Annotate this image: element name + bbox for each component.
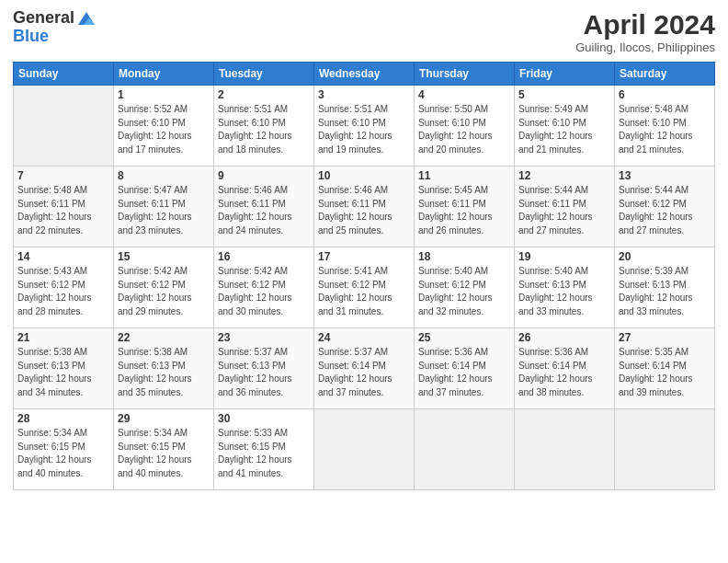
day-number: 9 [218, 169, 310, 182]
day-number: 6 [619, 88, 711, 101]
location: Guiling, Ilocos, Philippines [575, 40, 715, 54]
calendar-cell: 15Sunrise: 5:42 AMSunset: 6:12 PMDayligh… [114, 247, 214, 328]
day-info: Sunrise: 5:52 AMSunset: 6:10 PMDaylight:… [118, 103, 210, 156]
calendar-cell: 24Sunrise: 5:37 AMSunset: 6:14 PMDayligh… [314, 328, 415, 409]
calendar-cell: 27Sunrise: 5:35 AMSunset: 6:14 PMDayligh… [615, 328, 715, 409]
day-info: Sunrise: 5:40 AMSunset: 6:13 PMDaylight:… [518, 265, 610, 318]
calendar-cell: 19Sunrise: 5:40 AMSunset: 6:13 PMDayligh… [515, 247, 615, 328]
calendar-cell: 8Sunrise: 5:47 AMSunset: 6:11 PMDaylight… [114, 167, 214, 247]
calendar-cell [415, 409, 515, 490]
day-info: Sunrise: 5:46 AMSunset: 6:11 PMDaylight:… [218, 184, 310, 237]
day-number: 10 [318, 169, 410, 182]
calendar-cell: 29Sunrise: 5:34 AMSunset: 6:15 PMDayligh… [114, 409, 214, 490]
day-info: Sunrise: 5:33 AMSunset: 6:15 PMDaylight:… [218, 427, 310, 480]
week-row-4: 28Sunrise: 5:34 AMSunset: 6:15 PMDayligh… [14, 409, 715, 490]
header: General Blue April 2024 Guiling, Ilocos,… [13, 9, 715, 54]
day-info: Sunrise: 5:34 AMSunset: 6:15 PMDaylight:… [17, 427, 109, 480]
day-info: Sunrise: 5:45 AMSunset: 6:11 PMDaylight:… [418, 184, 510, 237]
calendar-cell: 3Sunrise: 5:51 AMSunset: 6:10 PMDaylight… [314, 86, 415, 167]
day-info: Sunrise: 5:37 AMSunset: 6:13 PMDaylight:… [218, 346, 310, 399]
day-number: 30 [218, 412, 310, 425]
calendar-cell: 23Sunrise: 5:37 AMSunset: 6:13 PMDayligh… [214, 328, 314, 409]
calendar-cell: 10Sunrise: 5:46 AMSunset: 6:11 PMDayligh… [314, 167, 415, 247]
day-info: Sunrise: 5:41 AMSunset: 6:12 PMDaylight:… [318, 265, 410, 318]
day-info: Sunrise: 5:42 AMSunset: 6:12 PMDaylight:… [118, 265, 210, 318]
day-info: Sunrise: 5:35 AMSunset: 6:14 PMDaylight:… [619, 346, 711, 399]
day-number: 18 [418, 250, 510, 263]
logo-blue: Blue [13, 28, 97, 46]
day-number: 1 [118, 88, 210, 101]
day-number: 21 [17, 331, 109, 344]
calendar-body: 1Sunrise: 5:52 AMSunset: 6:10 PMDaylight… [14, 86, 715, 490]
day-number: 11 [418, 169, 510, 182]
col-sunday: Sunday [14, 63, 114, 86]
calendar-cell: 26Sunrise: 5:36 AMSunset: 6:14 PMDayligh… [515, 328, 615, 409]
calendar-cell: 5Sunrise: 5:49 AMSunset: 6:10 PMDaylight… [515, 86, 615, 167]
calendar-cell: 25Sunrise: 5:36 AMSunset: 6:14 PMDayligh… [415, 328, 515, 409]
day-number: 26 [518, 331, 610, 344]
day-number: 22 [118, 331, 210, 344]
calendar-cell: 14Sunrise: 5:43 AMSunset: 6:12 PMDayligh… [14, 247, 114, 328]
calendar-cell: 11Sunrise: 5:45 AMSunset: 6:11 PMDayligh… [415, 167, 515, 247]
calendar-cell: 17Sunrise: 5:41 AMSunset: 6:12 PMDayligh… [314, 247, 415, 328]
day-info: Sunrise: 5:50 AMSunset: 6:10 PMDaylight:… [418, 103, 510, 156]
logo-text: General [13, 9, 97, 28]
day-number: 8 [118, 169, 210, 182]
day-number: 16 [218, 250, 310, 263]
day-number: 27 [619, 331, 711, 344]
day-info: Sunrise: 5:48 AMSunset: 6:11 PMDaylight:… [17, 184, 109, 237]
calendar-cell: 20Sunrise: 5:39 AMSunset: 6:13 PMDayligh… [615, 247, 715, 328]
day-info: Sunrise: 5:38 AMSunset: 6:13 PMDaylight:… [17, 346, 109, 399]
day-number: 20 [619, 250, 711, 263]
calendar-cell: 30Sunrise: 5:33 AMSunset: 6:15 PMDayligh… [214, 409, 314, 490]
logo-general: General [13, 8, 74, 27]
day-info: Sunrise: 5:49 AMSunset: 6:10 PMDaylight:… [518, 103, 610, 156]
calendar-cell: 16Sunrise: 5:42 AMSunset: 6:12 PMDayligh… [214, 247, 314, 328]
day-number: 29 [118, 412, 210, 425]
calendar-cell [615, 409, 715, 490]
page: General Blue April 2024 Guiling, Ilocos,… [0, 0, 728, 563]
calendar-cell: 9Sunrise: 5:46 AMSunset: 6:11 PMDaylight… [214, 167, 314, 247]
week-row-0: 1Sunrise: 5:52 AMSunset: 6:10 PMDaylight… [14, 86, 715, 167]
calendar-cell: 1Sunrise: 5:52 AMSunset: 6:10 PMDaylight… [114, 86, 214, 167]
col-monday: Monday [114, 63, 214, 86]
col-tuesday: Tuesday [214, 63, 314, 86]
col-wednesday: Wednesday [314, 63, 415, 86]
col-friday: Friday [515, 63, 615, 86]
day-info: Sunrise: 5:34 AMSunset: 6:15 PMDaylight:… [118, 427, 210, 480]
calendar-cell: 12Sunrise: 5:44 AMSunset: 6:11 PMDayligh… [515, 167, 615, 247]
week-row-3: 21Sunrise: 5:38 AMSunset: 6:13 PMDayligh… [14, 328, 715, 409]
day-number: 2 [218, 88, 310, 101]
day-number: 28 [17, 412, 109, 425]
day-info: Sunrise: 5:37 AMSunset: 6:14 PMDaylight:… [318, 346, 410, 399]
header-row: Sunday Monday Tuesday Wednesday Thursday… [14, 63, 715, 86]
calendar-cell: 13Sunrise: 5:44 AMSunset: 6:12 PMDayligh… [615, 167, 715, 247]
calendar-cell: 6Sunrise: 5:48 AMSunset: 6:10 PMDaylight… [615, 86, 715, 167]
day-number: 7 [17, 169, 109, 182]
calendar-cell: 4Sunrise: 5:50 AMSunset: 6:10 PMDaylight… [415, 86, 515, 167]
day-number: 23 [218, 331, 310, 344]
calendar-cell: 18Sunrise: 5:40 AMSunset: 6:12 PMDayligh… [415, 247, 515, 328]
calendar-cell: 28Sunrise: 5:34 AMSunset: 6:15 PMDayligh… [14, 409, 114, 490]
day-info: Sunrise: 5:36 AMSunset: 6:14 PMDaylight:… [418, 346, 510, 399]
day-number: 19 [518, 250, 610, 263]
week-row-1: 7Sunrise: 5:48 AMSunset: 6:11 PMDaylight… [14, 167, 715, 247]
day-number: 4 [418, 88, 510, 101]
month-year: April 2024 [575, 9, 715, 40]
calendar-cell: 22Sunrise: 5:38 AMSunset: 6:13 PMDayligh… [114, 328, 214, 409]
day-info: Sunrise: 5:36 AMSunset: 6:14 PMDaylight:… [518, 346, 610, 399]
title-block: April 2024 Guiling, Ilocos, Philippines [575, 9, 715, 54]
week-row-2: 14Sunrise: 5:43 AMSunset: 6:12 PMDayligh… [14, 247, 715, 328]
day-number: 25 [418, 331, 510, 344]
day-info: Sunrise: 5:47 AMSunset: 6:11 PMDaylight:… [118, 184, 210, 237]
day-info: Sunrise: 5:51 AMSunset: 6:10 PMDaylight:… [218, 103, 310, 156]
day-number: 24 [318, 331, 410, 344]
day-info: Sunrise: 5:42 AMSunset: 6:12 PMDaylight:… [218, 265, 310, 318]
day-number: 13 [619, 169, 711, 182]
calendar-header: Sunday Monday Tuesday Wednesday Thursday… [14, 63, 715, 86]
calendar-cell [515, 409, 615, 490]
day-number: 15 [118, 250, 210, 263]
calendar-cell: 2Sunrise: 5:51 AMSunset: 6:10 PMDaylight… [214, 86, 314, 167]
calendar-cell: 21Sunrise: 5:38 AMSunset: 6:13 PMDayligh… [14, 328, 114, 409]
day-info: Sunrise: 5:46 AMSunset: 6:11 PMDaylight:… [318, 184, 410, 237]
